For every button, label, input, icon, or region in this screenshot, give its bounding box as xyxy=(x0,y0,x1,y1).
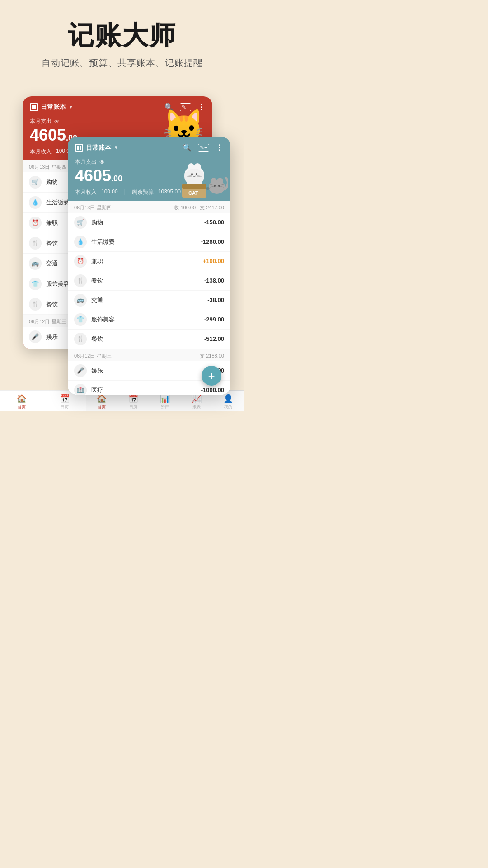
category-icon: ⏰ xyxy=(29,217,42,229)
box-cat-decoration: CAT xyxy=(174,158,228,201)
svg-point-24 xyxy=(206,187,210,190)
fg-card-actions: 🔍 ✎+ ⋮ xyxy=(183,143,223,152)
table-row[interactable]: 🚌 交通 -38.00 xyxy=(68,291,230,310)
home-icon: 🏠 xyxy=(97,394,107,404)
category-icon: 🍴 xyxy=(29,298,42,311)
app-header: 记账大师 自动记账、预算、共享账本、记账提醒 xyxy=(0,0,244,78)
category-icon: 💧 xyxy=(29,196,42,209)
svg-point-9 xyxy=(196,173,197,175)
table-row[interactable]: 🍴 餐饮 -512.00 xyxy=(68,330,230,349)
category-icon: 🏥 xyxy=(74,384,87,395)
svg-point-23 xyxy=(218,185,220,187)
screenshots-container: 日常账本 ▼ 🔍 ✎+ ⋮ 本月支出 👁 xyxy=(0,83,244,390)
reports-icon: 📈 xyxy=(192,394,202,404)
table-row[interactable]: ⏰ 兼职 +100.00 xyxy=(68,252,230,271)
add-transaction-button[interactable]: + xyxy=(202,366,221,386)
bg-book-name[interactable]: 日常账本 ▼ xyxy=(30,103,73,111)
svg-point-8 xyxy=(191,173,193,175)
assets-icon: 📊 xyxy=(160,394,170,404)
svg-rect-0 xyxy=(32,105,34,109)
eye-icon[interactable]: 👁 xyxy=(99,159,105,165)
category-icon: 🎤 xyxy=(74,364,87,377)
nav-item-home-bg[interactable]: 🏠 首页 xyxy=(0,391,43,411)
svg-rect-2 xyxy=(77,146,79,150)
fg-card-balance: 本月支出 👁 4605.00 本月收入 100.00 | 剩余预算 10395.… xyxy=(68,156,230,201)
table-row[interactable]: 🛒 购物 -150.00 xyxy=(68,213,230,232)
svg-text:CAT: CAT xyxy=(188,190,198,196)
svg-rect-17 xyxy=(182,184,206,189)
fg-date-group-2: 06月12日 星期三 支 2188.00 xyxy=(68,349,230,361)
category-icon: 🍴 xyxy=(74,333,87,345)
more-icon[interactable]: ⋮ xyxy=(216,143,223,152)
category-icon: ⏰ xyxy=(74,255,87,268)
category-icon: 🍴 xyxy=(74,274,87,287)
fg-card-list: 06月13日 星期四 收 100.00 支 2417.00 🛒 购物 -150.… xyxy=(68,201,230,395)
calendar-icon: 📅 xyxy=(60,394,70,404)
app-title: 记账大师 xyxy=(9,18,235,53)
chevron-down-icon: ▼ xyxy=(69,104,73,109)
category-icon: 👕 xyxy=(29,278,42,290)
bg-book-icon xyxy=(30,103,38,111)
category-icon: 🛒 xyxy=(74,216,87,229)
chevron-down-icon: ▼ xyxy=(114,145,118,150)
profile-icon: 👤 xyxy=(223,394,233,404)
fg-date-group-1: 06月13日 星期四 收 100.00 支 2417.00 xyxy=(68,201,230,213)
category-icon: 🚌 xyxy=(74,294,87,307)
svg-point-22 xyxy=(214,185,216,187)
svg-rect-3 xyxy=(80,146,81,150)
app-subtitle: 自动记账、预算、共享账本、记账提醒 xyxy=(9,57,235,69)
table-row[interactable]: 🍴 餐饮 -138.00 xyxy=(68,271,230,291)
fg-book-name[interactable]: 日常账本 ▼ xyxy=(75,144,118,152)
home-icon: 🏠 xyxy=(17,394,27,404)
search-icon[interactable]: 🔍 xyxy=(183,143,192,152)
eye-icon[interactable]: 👁 xyxy=(54,118,60,125)
category-icon: 🛒 xyxy=(29,176,42,189)
svg-rect-1 xyxy=(34,105,36,109)
calendar-icon: 📅 xyxy=(128,394,138,404)
add-record-icon[interactable]: ✎+ xyxy=(198,144,209,152)
table-row[interactable]: 👕 服饰美容 -299.00 xyxy=(68,310,230,330)
fg-card: 日常账本 ▼ 🔍 ✎+ ⋮ 本月支出 👁 xyxy=(68,137,230,395)
table-row[interactable]: 💧 生活缴费 -1280.00 xyxy=(68,232,230,252)
category-icon: 🍴 xyxy=(29,237,42,250)
category-icon: 🎤 xyxy=(29,330,42,343)
category-icon: 💧 xyxy=(74,236,87,248)
fg-book-icon xyxy=(75,144,83,152)
category-icon: 👕 xyxy=(74,313,87,326)
fg-card-header: 日常账本 ▼ 🔍 ✎+ ⋮ xyxy=(68,137,230,156)
category-icon: 🚌 xyxy=(29,257,42,270)
